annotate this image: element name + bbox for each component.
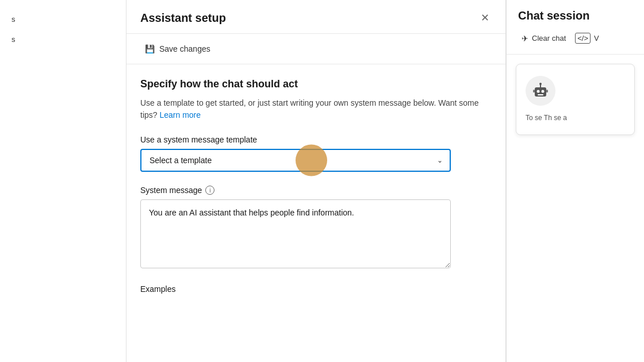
template-form-group: Use a system message template Select a t… (140, 135, 492, 172)
learn-more-link[interactable]: Learn more (159, 110, 201, 120)
template-label: Use a system message template (140, 135, 492, 144)
panel-title: Assistant setup (140, 11, 226, 25)
info-icon: i (205, 186, 214, 195)
view-code-icon: </> (575, 33, 591, 44)
template-label-text: Use a system message template (140, 135, 257, 144)
assistant-setup-panel: Assistant setup ✕ 💾 Save changes Specify… (126, 0, 506, 362)
clear-chat-button[interactable]: ✈ Clear chat (518, 30, 569, 47)
svg-rect-7 (546, 90, 548, 93)
system-message-form-group: System message i You are an AI assistant… (140, 186, 492, 271)
sidebar-item-label-1: s (12, 15, 16, 24)
svg-point-5 (539, 83, 542, 85)
chat-title: Chat session (518, 9, 632, 22)
examples-label: Examples (140, 284, 492, 294)
sidebar: s s (0, 0, 126, 362)
chat-session-panel: Chat session ✈ Clear chat </> V (506, 0, 644, 362)
template-select-wrapper: Select a template ⌄ (140, 149, 451, 172)
system-message-label-text: System message (140, 186, 202, 195)
bot-card-content: To se Th se a (526, 114, 567, 122)
save-icon: 💾 (145, 44, 155, 53)
save-changes-label: Save changes (159, 44, 210, 53)
bot-icon-wrapper (526, 76, 555, 106)
svg-point-1 (537, 90, 540, 93)
svg-point-2 (542, 90, 545, 93)
save-changes-button[interactable]: 💾 Save changes (140, 41, 215, 57)
sidebar-item-1[interactable]: s (0, 9, 126, 29)
chat-actions: ✈ Clear chat </> V (518, 29, 632, 47)
bot-icon (531, 82, 550, 100)
clear-chat-icon: ✈ (522, 34, 528, 43)
toolbar: 💾 Save changes (126, 34, 505, 64)
template-select[interactable]: Select a template (140, 149, 451, 172)
clear-chat-label: Clear chat (532, 34, 566, 43)
system-message-textarea[interactable]: You are an AI assistant that helps peopl… (140, 199, 451, 268)
view-code-button[interactable]: </> V (572, 29, 602, 47)
panel-content: Specify how the chat should act Use a te… (126, 64, 505, 362)
svg-rect-6 (533, 90, 535, 93)
close-button[interactable]: ✕ (478, 9, 492, 26)
view-code-label: V (594, 34, 599, 43)
system-message-label: System message i (140, 186, 492, 195)
close-icon: ✕ (481, 11, 489, 24)
svg-rect-3 (538, 94, 543, 95)
panel-header: Assistant setup ✕ (126, 0, 505, 34)
chat-header: Chat session ✈ Clear chat </> V (507, 0, 644, 55)
sidebar-item-2[interactable]: s (0, 29, 126, 49)
bot-card: To se Th se a (516, 64, 635, 135)
section-title: Specify how the chat should act (140, 78, 492, 90)
bot-card-text: To se Th se a (526, 113, 567, 123)
app-layout: s s Assistant setup ✕ 💾 Save changes Spe… (0, 0, 644, 362)
chat-content: To se Th se a (507, 55, 644, 362)
section-description: Use a template to get started, or just s… (140, 97, 492, 121)
sidebar-item-label-2: s (12, 35, 16, 44)
